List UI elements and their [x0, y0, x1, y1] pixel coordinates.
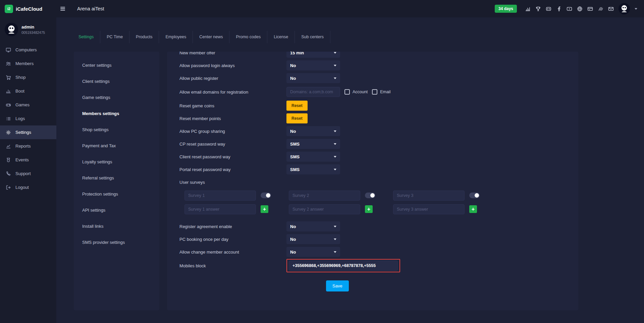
form-row-allow-password-login: Allow password login always No: [179, 59, 568, 72]
survey-2-toggle[interactable]: [365, 193, 375, 198]
pc-group-sharing-select[interactable]: No: [286, 126, 340, 136]
account-checkbox[interactable]: Account: [344, 89, 368, 95]
save-button[interactable]: Save: [326, 280, 349, 291]
settings-nav-protection-settings[interactable]: Protection settings: [74, 186, 159, 202]
tab-center-news[interactable]: Center news: [193, 31, 229, 43]
mobiles-block-input[interactable]: [289, 261, 398, 271]
form-row-user-surveys: User surveys: [179, 176, 568, 189]
discord-icon[interactable]: [546, 6, 551, 12]
survey-3-answer-input[interactable]: [393, 204, 465, 214]
checkbox-box[interactable]: [372, 89, 377, 95]
sidebar-item-shop[interactable]: Shop: [0, 70, 56, 84]
settings-nav-sms-provider-settings[interactable]: SMS provider settings: [74, 234, 159, 250]
card-icon[interactable]: [587, 6, 593, 12]
sidebar-item-boot[interactable]: Boot: [0, 84, 56, 98]
form-row-email-domains: Allow email domains for registration Acc…: [179, 85, 568, 99]
tab-license[interactable]: License: [267, 31, 295, 43]
globe-icon[interactable]: [577, 6, 583, 12]
client-reset-password-select[interactable]: SMS: [286, 152, 340, 162]
sidebar-item-logs[interactable]: Logs: [0, 112, 56, 125]
sidebar-item-members[interactable]: Members: [0, 57, 56, 70]
cp-reset-password-select[interactable]: SMS: [286, 139, 340, 149]
settings-nav-game-settings[interactable]: Game settings: [74, 89, 159, 105]
survey-3-toggle[interactable]: [469, 193, 480, 198]
allow-password-login-select[interactable]: No: [286, 60, 340, 70]
survey-1-add-button[interactable]: +: [261, 205, 268, 213]
field-label: Mobiles block: [179, 263, 286, 268]
settings-nav-client-settings[interactable]: Client settings: [74, 73, 159, 89]
checkbox-box[interactable]: [344, 89, 350, 95]
select-value: No: [290, 250, 296, 255]
select-value: 15 min: [290, 52, 304, 55]
diagonal-lines-icon[interactable]: [598, 6, 603, 12]
survey-3-add-button[interactable]: +: [469, 205, 477, 213]
survey-2-answer-input[interactable]: [289, 204, 360, 214]
select-value: No: [290, 63, 296, 68]
brand: i2 iCafeCloud: [0, 5, 56, 13]
survey-1-input[interactable]: [184, 191, 256, 201]
email-domains-input[interactable]: [286, 87, 340, 97]
chevron-down-icon[interactable]: [635, 8, 637, 10]
settings-nav-loyalty-settings[interactable]: Loyalty settings: [74, 154, 159, 170]
allow-public-register-select[interactable]: No: [286, 73, 340, 83]
analytics-icon[interactable]: [525, 6, 531, 12]
sidebar-item-label: Events: [15, 157, 29, 162]
settings-nav-install-links[interactable]: Install links: [74, 218, 159, 234]
new-member-offer-select[interactable]: 15 min: [286, 52, 340, 58]
field-label: Reset game coins: [179, 103, 286, 108]
sidebar-item-reports[interactable]: Reports: [0, 139, 56, 153]
main-content: Settings PC Time Products Employees Cent…: [56, 17, 644, 323]
settings-nav-api-settings[interactable]: API settings: [74, 202, 159, 218]
sidebar-item-settings[interactable]: Settings: [0, 125, 56, 139]
pc-booking-select[interactable]: No: [286, 234, 340, 244]
chevron-down-icon: [334, 169, 336, 170]
tab-settings[interactable]: Settings: [72, 31, 100, 43]
content: Center settings Client settings Game set…: [56, 43, 644, 310]
survey-1-toggle[interactable]: [261, 193, 271, 198]
sidebar-user[interactable]: admin 005193482475: [0, 17, 56, 43]
sidebar-item-label: Logout: [15, 185, 29, 190]
youtube-icon[interactable]: [567, 6, 572, 12]
hamburger-menu-icon[interactable]: [60, 6, 66, 12]
tab-products[interactable]: Products: [129, 31, 159, 43]
change-member-account-select[interactable]: No: [286, 247, 340, 257]
survey-2-input[interactable]: [289, 191, 360, 201]
reset-member-points-button[interactable]: Reset: [286, 113, 308, 123]
sidebar-item-computers[interactable]: Computers: [0, 43, 56, 57]
sidebar-item-events[interactable]: Events: [0, 153, 56, 167]
field-label: Register agreement enable: [179, 224, 286, 229]
trophy-icon[interactable]: [535, 6, 541, 12]
form-row-reset-member-points: Reset member points Reset: [179, 112, 568, 125]
email-checkbox[interactable]: Email: [372, 89, 390, 95]
tab-sub-centers[interactable]: Sub centers: [295, 31, 330, 43]
tab-employees[interactable]: Employees: [159, 31, 193, 43]
survey-2-add-button[interactable]: +: [365, 205, 373, 213]
settings-nav-shop-settings[interactable]: Shop settings: [74, 121, 159, 138]
register-agreement-select[interactable]: No: [286, 221, 340, 231]
facebook-icon[interactable]: [556, 6, 562, 12]
survey-3-cell: [393, 191, 480, 201]
field-label: Allow change member account: [179, 250, 286, 255]
avatar: [5, 23, 18, 36]
license-days-badge[interactable]: 34 days: [495, 5, 517, 13]
reset-game-coins-button[interactable]: Reset: [286, 101, 308, 111]
sidebar-item-support[interactable]: Support: [0, 167, 56, 180]
settings-nav-payment-and-tax[interactable]: Payment and Tax: [74, 138, 159, 154]
user-avatar[interactable]: [619, 3, 630, 14]
sidebar-item-games[interactable]: Games: [0, 98, 56, 112]
survey-3-input[interactable]: [393, 191, 465, 201]
brand-name: iCafeCloud: [16, 6, 42, 12]
settings-nav-members-settings[interactable]: Members settings: [74, 105, 159, 121]
survey-1-answer-input[interactable]: [184, 204, 256, 214]
settings-nav: Center settings Client settings Game set…: [74, 52, 159, 310]
settings-nav-referral-settings[interactable]: Referral settings: [74, 170, 159, 186]
settings-nav-center-settings[interactable]: Center settings: [74, 57, 159, 73]
mail-icon[interactable]: [608, 6, 614, 12]
portal-reset-password-select[interactable]: SMS: [286, 164, 340, 174]
field-label: Allow PC group sharing: [179, 129, 286, 134]
sidebar-item-logout[interactable]: Logout: [0, 180, 56, 194]
tab-promo-codes[interactable]: Promo codes: [229, 31, 267, 43]
field-label: Client reset password way: [179, 154, 286, 159]
select-value: SMS: [290, 142, 300, 147]
tab-pc-time[interactable]: PC Time: [100, 31, 129, 43]
